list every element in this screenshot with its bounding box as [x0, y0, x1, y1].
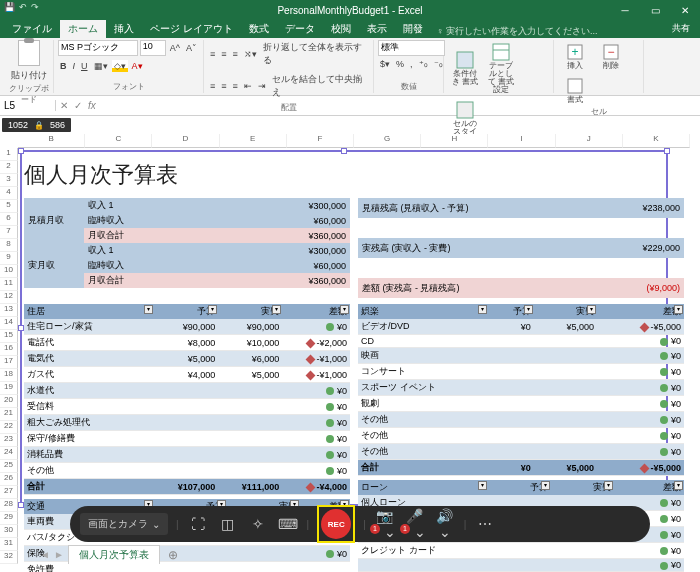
inc-decimal-icon[interactable]: ⁺₀	[417, 58, 430, 70]
filter-icon[interactable]: ▾	[674, 481, 683, 490]
add-sheet-icon[interactable]: ⊕	[168, 548, 178, 562]
bold-button[interactable]: B	[58, 60, 69, 72]
paste-button[interactable]: 貼り付け	[9, 68, 49, 83]
share-button[interactable]: 共有	[666, 20, 696, 37]
tab-dev[interactable]: 開發	[395, 20, 431, 38]
fill-color-icon[interactable]: ◇▾	[112, 60, 128, 72]
row-header[interactable]: 10	[0, 265, 18, 278]
align-center-icon[interactable]: ≡	[219, 72, 228, 100]
close-button[interactable]: ✕	[670, 0, 700, 20]
filter-icon[interactable]: ▾	[144, 305, 153, 314]
row-header[interactable]: 22	[0, 421, 18, 434]
row-header[interactable]: 26	[0, 473, 18, 486]
orientation-icon[interactable]: ⤭▾	[242, 40, 259, 68]
tell-me-box[interactable]: ♀ 実行したい作業を入力してください...	[437, 25, 598, 38]
maximize-button[interactable]: ▭	[640, 0, 670, 20]
tab-formulas[interactable]: 数式	[241, 20, 277, 38]
filter-icon[interactable]: ▾	[340, 305, 349, 314]
keyboard-icon[interactable]: ⌨	[277, 516, 299, 532]
row-header[interactable]: 21	[0, 408, 18, 421]
increase-font-icon[interactable]: A^	[168, 40, 182, 56]
row-header[interactable]: 6	[0, 213, 18, 226]
row-header[interactable]: 4	[0, 187, 18, 200]
row-header[interactable]: 16	[0, 343, 18, 356]
undo-icon[interactable]: ↶	[19, 2, 27, 12]
row-header[interactable]: 12	[0, 291, 18, 304]
speaker-icon[interactable]: 🔊⌄	[434, 508, 456, 540]
delete-cells-button[interactable]: −削除	[594, 40, 628, 72]
italic-button[interactable]: I	[71, 60, 78, 72]
fx-icon[interactable]: fx	[88, 100, 96, 111]
row-header[interactable]: 7	[0, 226, 18, 239]
indent-inc-icon[interactable]: ⇥	[256, 72, 268, 100]
row-header[interactable]: 17	[0, 356, 18, 369]
row-header[interactable]: 2	[0, 161, 18, 174]
row-header[interactable]: 1	[0, 148, 18, 161]
col-header[interactable]: I	[488, 134, 555, 148]
cancel-formula-icon[interactable]: ✕	[60, 100, 68, 111]
minimize-button[interactable]: ─	[610, 0, 640, 20]
percent-icon[interactable]: %	[394, 58, 406, 70]
col-header[interactable]: B	[18, 134, 85, 148]
col-header[interactable]: H	[421, 134, 488, 148]
row-header[interactable]: 18	[0, 369, 18, 382]
row-header[interactable]: 13	[0, 304, 18, 317]
row-header[interactable]: 27	[0, 486, 18, 499]
filter-icon[interactable]: ▾	[478, 481, 487, 490]
tab-data[interactable]: データ	[277, 20, 323, 38]
filter-icon[interactable]: ▾	[604, 481, 613, 490]
merge-center-button[interactable]: セルを結合して中央揃え	[270, 72, 369, 100]
align-bot-icon[interactable]: ≡	[231, 40, 240, 68]
recording-toolbar[interactable]: 画面とカメラ ⌄ | ⛶ ◫ ✧ ⌨ | REC | 📷1⌄ 🎤1⌄ 🔊⌄ | …	[70, 506, 650, 542]
font-color-icon[interactable]: A▾	[130, 60, 145, 72]
row-header[interactable]: 32	[0, 551, 18, 564]
format-table-button[interactable]: テーブルとして 書式設定	[484, 40, 518, 96]
camera-icon[interactable]: 📷1⌄	[374, 508, 396, 540]
row-header[interactable]: 14	[0, 317, 18, 330]
row-header[interactable]: 3	[0, 174, 18, 187]
region-icon[interactable]: ◫	[217, 516, 239, 532]
tab-review[interactable]: 校閲	[323, 20, 359, 38]
filter-icon[interactable]: ▾	[674, 305, 683, 314]
sparkle-icon[interactable]: ✧	[247, 516, 269, 532]
filter-icon[interactable]: ▾	[541, 481, 550, 490]
row-header[interactable]: 25	[0, 460, 18, 473]
row-header[interactable]: 8	[0, 239, 18, 252]
currency-icon[interactable]: $▾	[378, 58, 392, 70]
indent-dec-icon[interactable]: ⇤	[242, 72, 254, 100]
align-left-icon[interactable]: ≡	[208, 72, 217, 100]
row-header[interactable]: 19	[0, 382, 18, 395]
row-header[interactable]: 28	[0, 499, 18, 512]
row-header[interactable]: 24	[0, 447, 18, 460]
save-icon[interactable]: 💾	[4, 2, 15, 12]
filter-icon[interactable]: ▾	[208, 305, 217, 314]
row-header[interactable]: 23	[0, 434, 18, 447]
col-header[interactable]: D	[152, 134, 219, 148]
row-header[interactable]: 29	[0, 512, 18, 525]
underline-button[interactable]: U	[79, 60, 90, 72]
border-icon[interactable]: ▦▾	[92, 60, 110, 72]
dec-decimal-icon[interactable]: ⁻₀	[432, 58, 445, 70]
sheet-nav-next-icon[interactable]: ►	[54, 549, 64, 560]
col-header[interactable]: G	[354, 134, 421, 148]
wrap-text-button[interactable]: 折り返して全体を表示する	[261, 40, 369, 68]
col-header[interactable]: F	[287, 134, 354, 148]
row-header[interactable]: 9	[0, 252, 18, 265]
col-header[interactable]: K	[623, 134, 690, 148]
name-box[interactable]: L5	[0, 100, 56, 111]
insert-cells-button[interactable]: +挿入	[558, 40, 592, 72]
record-button[interactable]: REC	[321, 509, 351, 539]
row-header[interactable]: 5	[0, 200, 18, 213]
row-header[interactable]: 20	[0, 395, 18, 408]
mic-icon[interactable]: 🎤1⌄	[404, 508, 426, 540]
paste-icon[interactable]	[18, 40, 40, 66]
tab-layout[interactable]: ページ レイアウト	[142, 20, 241, 38]
more-icon[interactable]: ⋯	[474, 516, 496, 532]
redo-icon[interactable]: ↷	[31, 2, 39, 12]
align-right-icon[interactable]: ≡	[231, 72, 240, 100]
conditional-format-button[interactable]: 条件付き 書式	[448, 48, 482, 88]
sheet-nav-prev-icon[interactable]: ◄	[40, 549, 50, 560]
filter-icon[interactable]: ▾	[524, 305, 533, 314]
sheet-tab-active[interactable]: 個人月次予算表	[68, 545, 160, 564]
capture-mode-dropdown[interactable]: 画面とカメラ ⌄	[80, 513, 168, 535]
